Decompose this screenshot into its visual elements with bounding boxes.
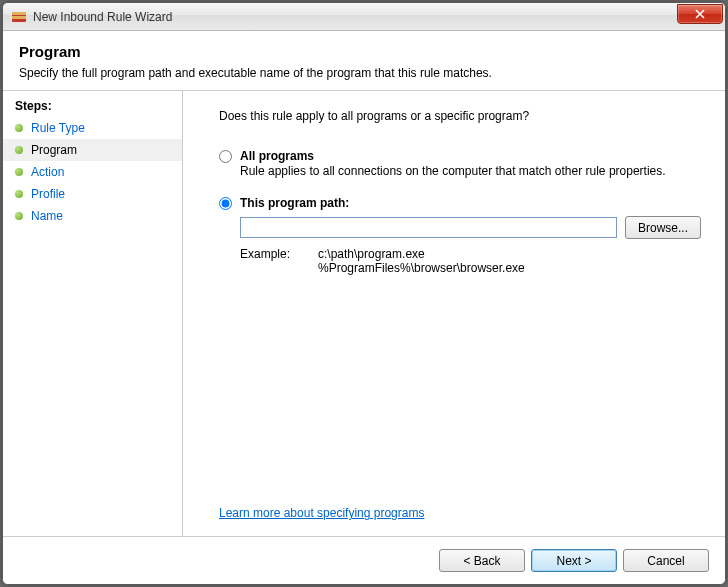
radio-this-program-path[interactable] bbox=[219, 197, 232, 210]
next-button[interactable]: Next > bbox=[531, 549, 617, 572]
step-action[interactable]: Action bbox=[3, 161, 182, 183]
learn-more-link[interactable]: Learn more about specifying programs bbox=[219, 506, 424, 520]
page-title: Program bbox=[19, 43, 709, 60]
option-this-program-path: This program path: Browse... Example: c:… bbox=[219, 196, 701, 275]
bullet-icon bbox=[15, 190, 23, 198]
program-path-input[interactable] bbox=[240, 217, 617, 238]
option-path-row[interactable]: This program path: bbox=[219, 196, 701, 210]
body: Steps: Rule Type Program Action Profile … bbox=[3, 91, 725, 536]
step-label: Name bbox=[31, 209, 63, 223]
window-title: New Inbound Rule Wizard bbox=[33, 10, 677, 24]
bullet-icon bbox=[15, 146, 23, 154]
footer: < Back Next > Cancel bbox=[3, 536, 725, 584]
svg-rect-1 bbox=[12, 12, 26, 15]
option-all-programs: All programs Rule applies to all connect… bbox=[219, 149, 701, 178]
browse-button[interactable]: Browse... bbox=[625, 216, 701, 239]
cancel-button[interactable]: Cancel bbox=[623, 549, 709, 572]
close-button[interactable] bbox=[677, 4, 723, 24]
step-label: Action bbox=[31, 165, 64, 179]
step-rule-type[interactable]: Rule Type bbox=[3, 117, 182, 139]
step-name[interactable]: Name bbox=[3, 205, 182, 227]
wizard-window: New Inbound Rule Wizard Program Specify … bbox=[2, 2, 726, 585]
step-profile[interactable]: Profile bbox=[3, 183, 182, 205]
main-panel: Does this rule apply to all programs or … bbox=[183, 91, 725, 536]
example-label: Example: bbox=[240, 247, 318, 275]
titlebar[interactable]: New Inbound Rule Wizard bbox=[3, 3, 725, 31]
steps-sidebar: Steps: Rule Type Program Action Profile … bbox=[3, 91, 183, 536]
step-label: Rule Type bbox=[31, 121, 85, 135]
option-path-title: This program path: bbox=[240, 196, 349, 210]
close-icon bbox=[695, 9, 705, 19]
firewall-icon bbox=[11, 9, 27, 25]
option-all-title: All programs bbox=[240, 149, 314, 163]
path-row: Browse... bbox=[240, 216, 701, 239]
bullet-icon bbox=[15, 168, 23, 176]
radio-all-programs[interactable] bbox=[219, 150, 232, 163]
option-all-row[interactable]: All programs bbox=[219, 149, 701, 163]
svg-rect-2 bbox=[12, 16, 26, 19]
example-line-2: %ProgramFiles%\browser\browser.exe bbox=[318, 261, 525, 275]
example-line-1: c:\path\program.exe bbox=[318, 247, 525, 261]
page-subtitle: Specify the full program path and execut… bbox=[19, 66, 709, 80]
bullet-icon bbox=[15, 212, 23, 220]
step-label: Program bbox=[31, 143, 77, 157]
example-block: Example: c:\path\program.exe %ProgramFil… bbox=[240, 247, 701, 275]
page-header: Program Specify the full program path an… bbox=[3, 31, 725, 91]
bullet-icon bbox=[15, 124, 23, 132]
back-button[interactable]: < Back bbox=[439, 549, 525, 572]
step-program[interactable]: Program bbox=[3, 139, 182, 161]
step-label: Profile bbox=[31, 187, 65, 201]
question-text: Does this rule apply to all programs or … bbox=[219, 109, 701, 123]
option-all-desc: Rule applies to all connections on the c… bbox=[240, 164, 701, 178]
steps-heading: Steps: bbox=[3, 99, 182, 117]
